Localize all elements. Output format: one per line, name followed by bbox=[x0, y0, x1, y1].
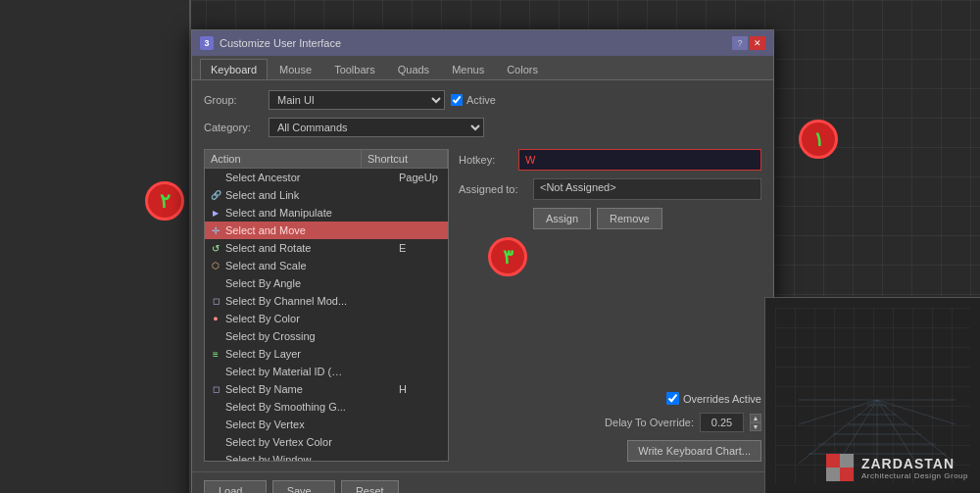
group-select[interactable]: Main UI bbox=[269, 90, 445, 110]
item-name: Select By Vertex bbox=[225, 419, 395, 430]
overrides-checkbox[interactable] bbox=[666, 392, 679, 405]
logo-text: ZARDASTAN Architectural Design Group bbox=[861, 456, 968, 480]
action-list-area: Action Shortcut Select Ancestor PageUp S… bbox=[204, 149, 449, 462]
annotation-3: ۳ bbox=[488, 237, 527, 276]
list-item[interactable]: Select Ancestor PageUp bbox=[205, 169, 448, 186]
dialog-title: Customize User Interface bbox=[220, 37, 341, 49]
dialog-body: Group: Main UI Active Category: All Comm… bbox=[192, 80, 773, 471]
item-name: Select and Rotate bbox=[225, 242, 395, 254]
tab-menus[interactable]: Menus bbox=[441, 59, 495, 79]
annotation-1: ۱ bbox=[799, 120, 838, 159]
action-list[interactable]: Select Ancestor PageUp Select and Link S… bbox=[204, 168, 449, 462]
tab-keyboard[interactable]: Keyboard bbox=[200, 59, 268, 79]
list-item-selected[interactable]: Select and Move bbox=[205, 222, 448, 239]
hotkey-row: Hotkey: bbox=[459, 149, 761, 171]
list-item[interactable]: Select By Vertex bbox=[205, 416, 448, 433]
dialog-tabs: Keyboard Mouse Toolbars Quads Menus Colo… bbox=[192, 56, 773, 80]
active-checkbox[interactable] bbox=[451, 94, 463, 106]
dialog-footer: Load... Save... Reset bbox=[192, 471, 773, 493]
layer-icon bbox=[209, 347, 222, 361]
annotation-2: ۲ bbox=[145, 181, 184, 221]
help-button[interactable]: ? bbox=[732, 36, 748, 50]
assign-button[interactable]: Assign bbox=[533, 208, 591, 229]
delay-spinner: ▲ ▼ bbox=[750, 414, 761, 431]
item-icon bbox=[209, 171, 222, 184]
item-shortcut: PageUp bbox=[395, 172, 444, 183]
footer-buttons: Load... Save... Reset bbox=[204, 480, 399, 493]
item-icon bbox=[209, 329, 222, 343]
list-item[interactable]: Select and Scale bbox=[205, 257, 448, 274]
item-icon bbox=[209, 435, 222, 449]
item-icon bbox=[209, 418, 222, 431]
item-icon bbox=[209, 453, 222, 462]
list-item[interactable]: Select and Link bbox=[205, 186, 448, 204]
list-item[interactable]: Select by Vertex Color bbox=[205, 433, 448, 451]
active-label: Active bbox=[466, 94, 496, 106]
select-icon bbox=[209, 294, 222, 308]
tab-colors[interactable]: Colors bbox=[496, 59, 549, 79]
item-name: Select By Channel Mod... bbox=[225, 295, 395, 307]
item-name: Select By Layer bbox=[225, 348, 395, 360]
select-icon bbox=[209, 382, 222, 396]
save-button[interactable]: Save... bbox=[272, 480, 335, 493]
titlebar-left: 3 Customize User Interface bbox=[200, 36, 341, 50]
group-row: Group: Main UI Active bbox=[204, 90, 761, 110]
svg-rect-18 bbox=[840, 454, 854, 468]
item-name: Select by Crossing bbox=[225, 330, 395, 342]
overrides-row: Overrides Active bbox=[666, 392, 761, 405]
item-name: Select by Window bbox=[225, 454, 395, 462]
spinner-up[interactable]: ▲ bbox=[750, 414, 761, 422]
list-item[interactable]: Select by Material ID (… bbox=[205, 363, 448, 380]
svg-rect-15 bbox=[826, 454, 840, 468]
category-label: Category: bbox=[204, 122, 263, 133]
bottom-right-controls: Overrides Active Delay To Override: ▲ ▼ … bbox=[459, 392, 761, 462]
hotkey-label: Hotkey: bbox=[459, 154, 513, 166]
overrides-label: Overrides Active bbox=[683, 393, 761, 405]
zardastan-logo: ZARDASTAN Architectural Design Group bbox=[826, 454, 968, 481]
tab-quads[interactable]: Quads bbox=[387, 59, 440, 79]
item-name: Select By Smoothing G... bbox=[225, 401, 395, 413]
list-item[interactable]: Select and Manipulate bbox=[205, 204, 448, 222]
write-keyboard-chart-button[interactable]: Write Keyboard Chart... bbox=[627, 440, 761, 462]
item-icon bbox=[209, 276, 222, 290]
category-select[interactable]: All Commands bbox=[269, 118, 484, 137]
annotation-3-container: ۳ bbox=[459, 237, 761, 296]
titlebar-controls: ? ✕ bbox=[732, 36, 765, 50]
link-icon bbox=[209, 188, 222, 202]
item-name: Select and Link bbox=[225, 189, 395, 201]
active-checkbox-label[interactable]: Active bbox=[451, 94, 496, 106]
tab-mouse[interactable]: Mouse bbox=[269, 59, 322, 79]
delay-label: Delay To Override: bbox=[605, 417, 694, 428]
tab-toolbars[interactable]: Toolbars bbox=[323, 59, 386, 79]
col-header-action: Action bbox=[205, 150, 362, 168]
remove-button[interactable]: Remove bbox=[597, 208, 662, 229]
list-item[interactable]: Select By Channel Mod... bbox=[205, 292, 448, 310]
arrow-icon bbox=[209, 206, 222, 220]
list-header: Action Shortcut bbox=[204, 149, 449, 168]
close-button[interactable]: ✕ bbox=[750, 36, 765, 50]
list-item[interactable]: Select and Rotate E bbox=[205, 239, 448, 257]
item-name: Select By Name bbox=[225, 383, 395, 395]
list-item[interactable]: Select by Window bbox=[205, 451, 448, 462]
list-item[interactable]: Select By Angle bbox=[205, 274, 448, 292]
customize-ui-dialog: 3 Customize User Interface ? ✕ Keyboard … bbox=[191, 29, 774, 493]
load-button[interactable]: Load... bbox=[204, 480, 267, 493]
list-item[interactable]: Select by Crossing bbox=[205, 327, 448, 345]
logo-icon-svg bbox=[826, 454, 854, 481]
item-shortcut: H bbox=[395, 383, 444, 395]
col-header-shortcut: Shortcut bbox=[362, 150, 448, 168]
item-name: Select by Vertex Color bbox=[225, 436, 395, 448]
spinner-down[interactable]: ▼ bbox=[750, 422, 761, 431]
delay-input[interactable] bbox=[700, 413, 744, 432]
reset-button[interactable]: Reset bbox=[341, 480, 399, 493]
list-item[interactable]: Select By Layer bbox=[205, 345, 448, 363]
list-item[interactable]: Select By Name H bbox=[205, 380, 448, 398]
item-name: Select Ancestor bbox=[225, 172, 395, 183]
list-item[interactable]: Select By Smoothing G... bbox=[205, 398, 448, 416]
item-name: Select and Manipulate bbox=[225, 207, 395, 219]
left-panel bbox=[0, 0, 191, 493]
hotkey-input[interactable] bbox=[518, 149, 761, 171]
svg-rect-17 bbox=[826, 468, 840, 481]
list-item[interactable]: Select By Color bbox=[205, 310, 448, 327]
item-name: Select By Angle bbox=[225, 277, 395, 289]
